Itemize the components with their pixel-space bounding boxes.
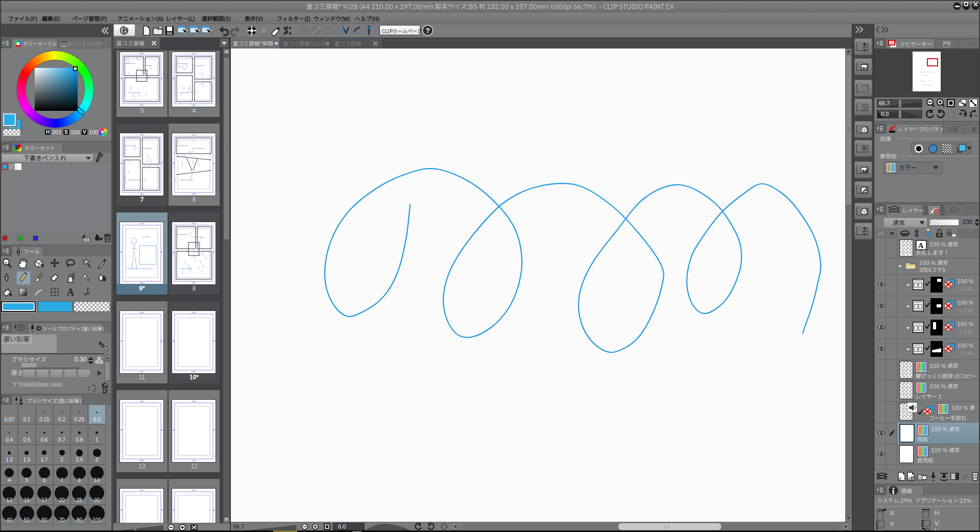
svg-text:A: A bbox=[918, 241, 924, 250]
svg-text:?: ? bbox=[425, 27, 430, 35]
svg-text:A: A bbox=[67, 286, 75, 298]
